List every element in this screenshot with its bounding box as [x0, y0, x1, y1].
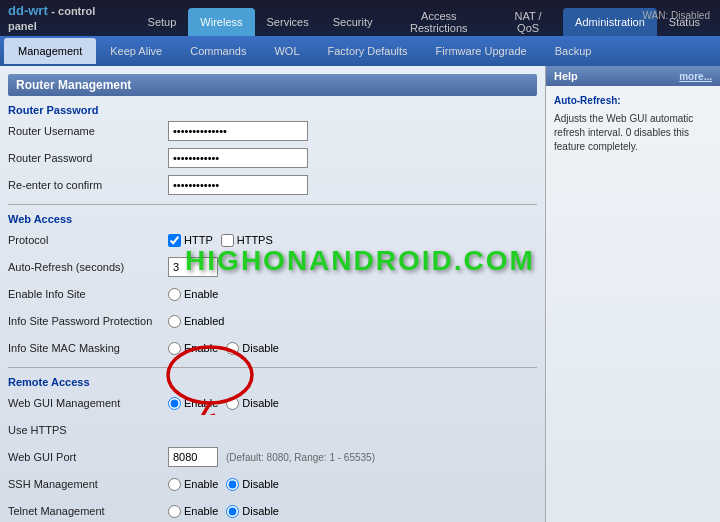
info-password-radio[interactable] — [168, 315, 181, 328]
web-gui-enable-radio[interactable] — [168, 397, 181, 410]
router-username-row: Router Username — [8, 120, 537, 142]
mac-masking-options: Enable Disable — [168, 342, 279, 355]
telnet-disable[interactable]: Disable — [226, 505, 279, 518]
https-label: HTTPS — [237, 234, 273, 246]
ssh-enable[interactable]: Enable — [168, 478, 218, 491]
left-panel: Router Management Router Password Router… — [0, 66, 545, 522]
help-content: Auto-Refresh: Adjusts the Web GUI automa… — [546, 86, 720, 162]
telnet-enable-radio[interactable] — [168, 505, 181, 518]
web-gui-port-label: Web GUI Port — [8, 451, 168, 463]
router-confirm-input[interactable] — [168, 175, 308, 195]
router-confirm-label: Re-enter to confirm — [8, 179, 168, 191]
mac-masking-disable[interactable]: Disable — [226, 342, 279, 355]
tab-factory-defaults[interactable]: Factory Defaults — [314, 38, 422, 64]
ssh-disable-label: Disable — [242, 478, 279, 490]
ssh-enable-radio[interactable] — [168, 478, 181, 491]
web-gui-disable-radio[interactable] — [226, 397, 239, 410]
nav-setup[interactable]: Setup — [136, 8, 189, 36]
web-gui-port-row: Web GUI Port (Default: 8080, Range: 1 - … — [8, 446, 537, 468]
ssh-options: Enable Disable — [168, 478, 279, 491]
tab-wol[interactable]: WOL — [260, 38, 313, 64]
enable-info-enable[interactable]: Enable — [168, 288, 218, 301]
tab-firmware-upgrade[interactable]: Firmware Upgrade — [422, 38, 541, 64]
mac-masking-enable-radio[interactable] — [168, 342, 181, 355]
enable-info-row: Enable Info Site Enable — [8, 283, 537, 305]
main-content: Router Management Router Password Router… — [0, 66, 720, 522]
wan-status: WAN: Disabled — [643, 10, 710, 21]
router-password-row: Router Password — [8, 147, 537, 169]
router-password-title: Router Password — [8, 104, 537, 116]
nav-wireless[interactable]: Wireless — [188, 8, 254, 36]
web-gui-enable-label: Enable — [184, 397, 218, 409]
nav-access-restrictions[interactable]: Access Restrictions — [384, 8, 493, 36]
info-enabled-label: Enabled — [184, 315, 224, 327]
divider-1 — [8, 204, 537, 205]
help-title: Help — [554, 70, 578, 82]
telnet-disable-label: Disable — [242, 505, 279, 517]
router-username-input[interactable] — [168, 121, 308, 141]
enable-info-label: Enable Info Site — [8, 288, 168, 300]
autorefresh-label: Auto-Refresh (seconds) — [8, 261, 168, 273]
telnet-options: Enable Disable — [168, 505, 279, 518]
protocol-options: HTTP HTTPS — [168, 234, 273, 247]
info-password-options: Enabled — [168, 315, 224, 328]
enable-label: Enable — [184, 288, 218, 300]
info-password-enabled[interactable]: Enabled — [168, 315, 224, 328]
router-password-input[interactable] — [168, 148, 308, 168]
help-panel: Help more... Auto-Refresh: Adjusts the W… — [545, 66, 720, 522]
autorefresh-input[interactable] — [168, 257, 218, 277]
tab-commands[interactable]: Commands — [176, 38, 260, 64]
ssh-disable[interactable]: Disable — [226, 478, 279, 491]
web-gui-disable[interactable]: Disable — [226, 397, 279, 410]
use-https-row: Use HTTPS — [8, 419, 537, 441]
nav-services[interactable]: Services — [255, 8, 321, 36]
use-https-label: Use HTTPS — [8, 424, 168, 436]
telnet-enable[interactable]: Enable — [168, 505, 218, 518]
ssh-label: SSH Management — [8, 478, 168, 490]
router-confirm-row: Re-enter to confirm — [8, 174, 537, 196]
web-gui-options: Enable Disable — [168, 397, 279, 410]
enable-info-options: Enable — [168, 288, 218, 301]
telnet-management-row: Telnet Management Enable Disable — [8, 500, 537, 522]
http-checkbox[interactable] — [168, 234, 181, 247]
web-gui-enable[interactable]: Enable — [168, 397, 218, 410]
nav-security[interactable]: Security — [321, 8, 385, 36]
ssh-disable-radio[interactable] — [226, 478, 239, 491]
tab-management[interactable]: Management — [4, 38, 96, 64]
web-gui-label: Web GUI Management — [8, 397, 168, 409]
mac-masking-label: Info Site MAC Masking — [8, 342, 168, 354]
divider-2 — [8, 367, 537, 368]
router-password-label: Router Password — [8, 152, 168, 164]
top-bar: dd-wrt - control panel Setup Wireless Se… — [0, 0, 720, 36]
https-option[interactable]: HTTPS — [221, 234, 273, 247]
telnet-label: Telnet Management — [8, 505, 168, 517]
mac-masking-enable[interactable]: Enable — [168, 342, 218, 355]
protocol-row: Protocol HTTP HTTPS — [8, 229, 537, 251]
web-gui-disable-label: Disable — [242, 397, 279, 409]
remote-access-title: Remote Access — [8, 376, 537, 388]
protocol-label: Protocol — [8, 234, 168, 246]
https-checkbox[interactable] — [221, 234, 234, 247]
secondary-nav: Management Keep Alive Commands WOL Facto… — [0, 36, 720, 66]
http-option[interactable]: HTTP — [168, 234, 213, 247]
web-gui-port-input[interactable] — [168, 447, 218, 467]
web-access-title: Web Access — [8, 213, 537, 225]
logo: dd-wrt - control panel — [8, 3, 124, 33]
http-label: HTTP — [184, 234, 213, 246]
nav-nat-qos[interactable]: NAT / QoS — [493, 8, 563, 36]
mac-masking-row: Info Site MAC Masking Enable Disable — [8, 337, 537, 359]
ssh-management-row: SSH Management Enable Disable — [8, 473, 537, 495]
telnet-enable-label: Enable — [184, 505, 218, 517]
help-autorefresh-title: Auto-Refresh: — [554, 94, 712, 108]
tab-keep-alive[interactable]: Keep Alive — [96, 38, 176, 64]
telnet-disable-radio[interactable] — [226, 505, 239, 518]
main-section-title: Router Management — [8, 74, 537, 96]
enable-info-radio[interactable] — [168, 288, 181, 301]
mac-masking-disable-radio[interactable] — [226, 342, 239, 355]
autorefresh-row: Auto-Refresh (seconds) — [8, 256, 537, 278]
info-password-row: Info Site Password Protection Enabled — [8, 310, 537, 332]
help-more-link[interactable]: more... — [679, 71, 712, 82]
tab-backup[interactable]: Backup — [541, 38, 606, 64]
mac-disable-label: Disable — [242, 342, 279, 354]
logo-text: dd-wrt — [8, 3, 48, 18]
